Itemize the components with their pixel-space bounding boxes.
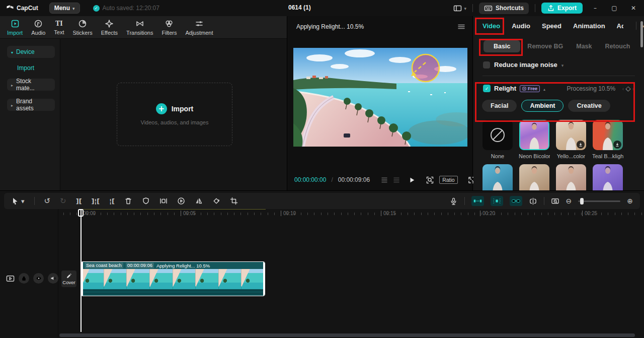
tab-import[interactable]: Import (7, 19, 23, 36)
frame-list-icon[interactable] (381, 176, 388, 183)
next-keyframe-icon[interactable] (632, 85, 634, 92)
export-button[interactable]: Export (541, 3, 583, 14)
collapse-icon[interactable] (543, 85, 545, 92)
zoom-in-icon[interactable] (627, 197, 633, 205)
video-clip[interactable]: Sea coast beach 00:00:09:06 Applying Rel… (80, 261, 265, 296)
tab-adjustment-settings[interactable]: Adjustment (617, 22, 623, 30)
inspector-scrollbar[interactable] (640, 21, 643, 47)
keyframe-icon[interactable] (626, 85, 631, 92)
frame-list-icon-2[interactable] (393, 176, 400, 183)
overlay-icon[interactable] (159, 197, 168, 205)
media-content-area: Import Videos, audios, and images (61, 38, 287, 190)
lock-track-button[interactable] (19, 273, 29, 284)
divider (472, 4, 473, 12)
magnetic-snap-toggle[interactable] (471, 196, 484, 206)
redo-icon[interactable] (60, 196, 66, 206)
zoom-slider-knob[interactable] (580, 198, 584, 205)
layout-switcher-button[interactable] (453, 5, 466, 12)
subtab-basic[interactable]: Basic (484, 40, 520, 52)
select-tool-icon[interactable] (11, 197, 25, 205)
clip-status: Applying Relight... 10.5% (156, 263, 210, 268)
mirror-icon[interactable] (195, 197, 203, 205)
caret-down-icon[interactable] (561, 61, 564, 69)
menu-button[interactable]: Menu (49, 3, 80, 14)
rotate-icon[interactable] (212, 197, 220, 205)
tab-speed[interactable]: Speed (542, 22, 561, 30)
chevron-down-icon (72, 5, 75, 12)
relight-checkbox[interactable] (483, 85, 491, 92)
preset-yellow-bicolor[interactable]: Yello...color (556, 120, 586, 159)
tab-effects[interactable]: Effects (101, 19, 118, 36)
prev-keyframe-icon[interactable] (622, 85, 624, 92)
preset-neon-bicolor[interactable]: Neon Bicolor (519, 120, 549, 159)
sidebar-item-import[interactable]: Import (17, 64, 60, 72)
undo-icon[interactable] (44, 196, 51, 206)
delete-right-icon[interactable] (109, 197, 115, 205)
playhead-line[interactable] (80, 210, 82, 332)
minimize-button[interactable] (589, 5, 602, 12)
playhead-handle[interactable] (78, 209, 84, 217)
hide-track-button[interactable] (33, 273, 44, 284)
preview-axis-icon[interactable] (551, 197, 559, 205)
tab-transitions[interactable]: Transitions (126, 19, 153, 36)
play-button[interactable] (408, 176, 416, 184)
timeline-ruler[interactable]: 00:00 00:05 00:10 00:15 00:20 00:25 (59, 209, 644, 218)
reduce-noise-checkbox[interactable] (483, 61, 490, 69)
auto-snap-toggle[interactable] (491, 196, 503, 206)
link-clips-toggle[interactable] (510, 196, 522, 206)
preview-menu-icon[interactable] (457, 23, 465, 30)
star-icon (105, 19, 114, 28)
subtab-retouch[interactable]: Retouch (605, 40, 630, 52)
mode-creative[interactable]: Creative (568, 100, 610, 112)
titlebar: CapCut Menu Auto saved: 12:20:07 0614 (1… (0, 0, 644, 16)
mute-track-button[interactable] (48, 273, 58, 284)
ratio-button[interactable]: Ratio (439, 176, 458, 184)
mode-ambient[interactable]: Ambient (521, 100, 564, 112)
tab-text[interactable]: Text (54, 20, 64, 35)
sidebar-item-device[interactable]: Device (7, 46, 55, 58)
sidebar-item-brand-assets[interactable]: Brand assets (7, 99, 55, 111)
preset-thumbnail-7[interactable] (556, 164, 586, 190)
close-button[interactable] (627, 5, 640, 12)
relight-sun-position-annotation[interactable] (412, 54, 439, 82)
import-dropzone[interactable]: Import Videos, audios, and images (117, 83, 232, 146)
tab-animation[interactable]: Animation (573, 22, 605, 30)
maximize-button[interactable] (608, 5, 621, 12)
subtab-mask[interactable]: Mask (576, 40, 592, 52)
menu-label: Menu (54, 5, 70, 12)
speed-icon[interactable] (177, 197, 185, 205)
video-preview[interactable] (293, 48, 467, 147)
timeline-horizontal-scrollbar[interactable] (59, 333, 635, 337)
timeline-zoom-slider[interactable] (578, 200, 620, 202)
shortcuts-button[interactable]: Shortcuts (479, 3, 529, 14)
split-icon[interactable] (76, 197, 82, 205)
tab-video[interactable]: Video (482, 22, 500, 30)
zoom-out-icon[interactable] (566, 197, 572, 205)
preview-quality-icon[interactable] (426, 176, 434, 184)
delete-left-icon[interactable] (92, 197, 100, 205)
preset-none[interactable]: None (482, 120, 513, 159)
tab-stickers[interactable]: Stickers (73, 19, 93, 36)
ruler-ticks (59, 213, 644, 215)
tab-audio[interactable]: Audio (31, 19, 45, 36)
project-duration-line (80, 209, 266, 210)
cover-button[interactable]: Cover (61, 271, 76, 287)
tab-audio-settings[interactable]: Audio (512, 22, 530, 30)
tab-label: Filters (162, 30, 177, 36)
record-voiceover-icon[interactable] (449, 197, 458, 206)
sidebar-item-stock-materials[interactable]: Stock mate... (7, 79, 55, 91)
preset-teal-backlight[interactable]: Teal B...klight (593, 120, 623, 159)
delete-icon[interactable] (124, 197, 132, 205)
crop-icon[interactable] (230, 197, 238, 205)
tab-filters[interactable]: Filters (162, 19, 177, 36)
mode-facial[interactable]: Facial (482, 100, 517, 112)
tab-adjustment[interactable]: Adjustment (185, 19, 213, 36)
import-title: Import (172, 105, 194, 113)
preset-thumbnail-6[interactable] (519, 164, 549, 190)
total-duration: 00:00:09:06 (338, 176, 370, 183)
unlink-split-icon[interactable] (529, 197, 537, 206)
preset-thumbnail-5[interactable] (482, 164, 513, 190)
subtab-remove-bg[interactable]: Remove BG (527, 40, 563, 52)
shield-icon[interactable] (142, 197, 150, 205)
preset-thumbnail-8[interactable] (593, 164, 623, 190)
